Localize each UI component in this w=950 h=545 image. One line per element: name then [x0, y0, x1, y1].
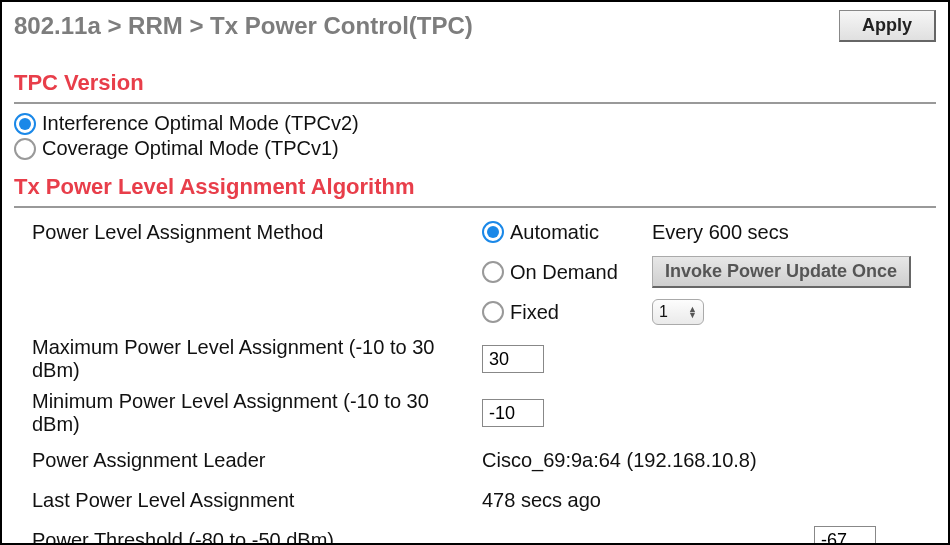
automatic-interval: Every 600 secs: [652, 221, 789, 244]
radio-fixed[interactable]: [482, 301, 504, 323]
radio-on-demand-label: On Demand: [510, 261, 618, 284]
last-assignment-value: 478 secs ago: [482, 489, 601, 512]
algorithm-title: Tx Power Level Assignment Algorithm: [14, 174, 936, 200]
last-assignment-label: Last Power Level Assignment: [32, 489, 482, 512]
max-power-input[interactable]: [482, 345, 544, 373]
radio-tpcv1-label: Coverage Optimal Mode (TPCv1): [42, 137, 339, 160]
method-label: Power Level Assignment Method: [32, 221, 482, 244]
stepper-icon: ▲▼: [688, 306, 697, 318]
radio-automatic[interactable]: [482, 221, 504, 243]
apply-button[interactable]: Apply: [839, 10, 936, 42]
threshold-input[interactable]: [814, 526, 876, 545]
threshold-label: Power Threshold (-80 to -50 dBm): [32, 529, 482, 546]
fixed-level-value: 1: [659, 303, 668, 321]
invoke-power-update-button[interactable]: Invoke Power Update Once: [652, 256, 911, 288]
breadcrumb: 802.11a > RRM > Tx Power Control(TPC): [14, 12, 473, 40]
min-power-label: Minimum Power Level Assignment (-10 to 3…: [32, 390, 482, 436]
radio-on-demand[interactable]: [482, 261, 504, 283]
radio-tpcv1[interactable]: [14, 138, 36, 160]
radio-automatic-label: Automatic: [510, 221, 599, 244]
max-power-label: Maximum Power Level Assignment (-10 to 3…: [32, 336, 482, 382]
min-power-input[interactable]: [482, 399, 544, 427]
divider: [14, 102, 936, 104]
leader-value: Cisco_69:9a:64 (192.168.10.8): [482, 449, 757, 472]
radio-tpcv2[interactable]: [14, 113, 36, 135]
tpc-version-title: TPC Version: [14, 70, 936, 96]
leader-label: Power Assignment Leader: [32, 449, 482, 472]
fixed-level-select[interactable]: 1 ▲▼: [652, 299, 704, 325]
divider: [14, 206, 936, 208]
radio-tpcv2-label: Interference Optimal Mode (TPCv2): [42, 112, 359, 135]
radio-fixed-label: Fixed: [510, 301, 559, 324]
